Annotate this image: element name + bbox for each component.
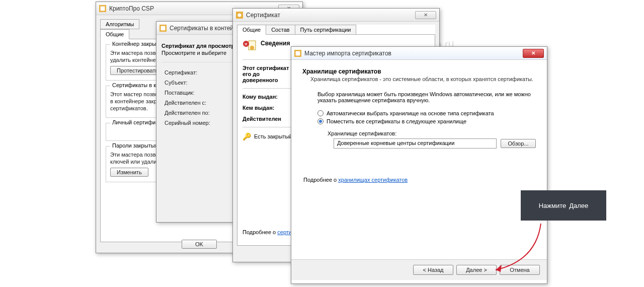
radio-icon (317, 118, 324, 124)
tooltip-text: Нажмите (539, 202, 567, 209)
radio-icon (317, 110, 324, 116)
next-button[interactable]: Далее > (456, 265, 497, 275)
issued-to-label: Кому выдан: (243, 94, 293, 100)
key-icon: 🔑 (243, 132, 251, 140)
certificate-icon (236, 12, 243, 19)
svg-rect-11 (296, 51, 300, 55)
close-button[interactable]: ✕ (415, 11, 436, 19)
svg-point-5 (238, 13, 242, 17)
tooltip-text: Далее (569, 202, 588, 209)
has-private-key: Есть закрытый (254, 133, 292, 139)
tab-details[interactable]: Состав (266, 25, 295, 35)
wizard-description: Выбор хранилища может быть произведен Wi… (317, 91, 536, 103)
back-button[interactable]: < Назад (413, 265, 453, 275)
svg-text:✕: ✕ (244, 42, 248, 47)
app-icon (159, 25, 167, 32)
cancel-button[interactable]: Отмена (500, 265, 540, 275)
trust-text: его до доверенного (243, 71, 293, 83)
browse-button[interactable]: Обзор... (501, 139, 536, 148)
radio-manual-store[interactable]: Поместить все сертификаты в следующее хр… (317, 118, 536, 124)
tab-general[interactable]: Общие (237, 25, 266, 35)
window-import-wizard: Мастер импорта сертификатов ✕ Хранилище … (291, 46, 547, 284)
trust-text: Этот сертификат (243, 65, 293, 71)
radio-label: Поместить все сертификаты в следующее хр… (327, 118, 466, 124)
tooltip-hint: Нажмите Далее (521, 190, 606, 221)
radio-auto-store[interactable]: Автоматически выбрать хранилище на основ… (317, 110, 536, 116)
radio-label: Автоматически выбрать хранилище на основ… (327, 110, 494, 116)
certificate-store-input[interactable]: Доверенные корневые центры сертификации (334, 138, 497, 149)
titlebar[interactable]: Мастер импорта сертификатов ✕ (291, 47, 547, 60)
window-title: Сертификат (246, 12, 415, 19)
ok-button[interactable]: OK (182, 240, 217, 249)
more-stores-link[interactable]: хранилищах сертификатов (338, 177, 408, 183)
change-button[interactable]: Изменить (110, 168, 148, 177)
titlebar[interactable]: Сертификат ✕ (233, 9, 439, 22)
group-title: Пароли закрытых (110, 142, 159, 149)
more-label: Подробнее о (243, 229, 277, 235)
svg-rect-1 (101, 6, 105, 11)
valid-label: Действителен (243, 116, 293, 122)
wizard-icon (294, 50, 301, 57)
wizard-heading: Хранилище сертификатов (302, 68, 536, 75)
close-button[interactable]: ✕ (523, 49, 544, 58)
store-label: Хранилище сертификатов: (328, 130, 536, 136)
svg-point-7 (250, 46, 254, 50)
cert-info-title: Сведения (261, 40, 290, 47)
tab-cert-path[interactable]: Путь сертификации (295, 25, 357, 35)
svg-rect-3 (161, 26, 166, 30)
more-label: Подробнее о (303, 177, 338, 183)
tab-algorithms[interactable]: Алгоритмы (100, 19, 139, 29)
app-icon (99, 5, 106, 12)
tab-general[interactable]: Общие (100, 29, 129, 39)
wizard-subtext: Хранилища сертификатов - это системные о… (310, 76, 536, 82)
issued-by-label: Кем выдан: (243, 105, 293, 111)
warning-cert-icon: ✕ (243, 40, 257, 54)
window-title: Мастер импорта сертификатов (304, 50, 523, 57)
